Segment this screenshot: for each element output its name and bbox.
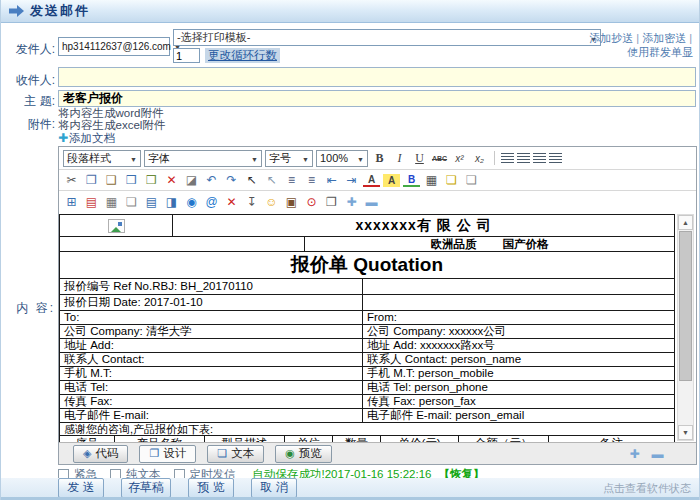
table-row: 联系人 Contact: 联系人 Contact: person_name xyxy=(60,353,674,367)
company-name: xxxxxxx有 限 公 司 xyxy=(173,215,674,236)
print-template-select[interactable]: -选择打印模板- xyxy=(173,29,601,46)
add-document-label: 添加文档 xyxy=(69,132,115,144)
align-justify-icon[interactable] xyxy=(549,153,562,163)
vertical-scrollbar[interactable]: ▲ ▼ xyxy=(677,214,694,441)
indent-icon[interactable]: ⇥ xyxy=(343,172,360,188)
outdent-icon[interactable]: ⇤ xyxy=(323,172,340,188)
table-outline-icon[interactable]: ▦ xyxy=(423,172,440,188)
save-draft-button[interactable]: 存草稿 xyxy=(121,478,171,498)
logo-cell xyxy=(60,215,173,236)
scroll-down-icon[interactable]: ▼ xyxy=(678,425,693,440)
editor-content[interactable]: xxxxxxx有 限 公 司 欧洲品质 国产价格 报价单 Quotation 报… xyxy=(59,213,696,442)
add-bcc-link[interactable]: 添加密送 xyxy=(642,32,686,44)
table-row-properties-icon[interactable]: ▤ xyxy=(83,194,100,210)
undo-icon[interactable]: ↶ xyxy=(203,172,220,188)
table-cell-properties-icon[interactable]: ▦ xyxy=(103,194,120,210)
mass-send-wrap: 使用群发单显 xyxy=(627,45,693,60)
font-size-select[interactable]: 字号 xyxy=(265,150,313,167)
highlight-color-icon[interactable]: A xyxy=(383,174,400,187)
paste-from-word-icon[interactable]: ❒ xyxy=(123,172,140,188)
contact-right: 联系人 Contact: person_name xyxy=(363,353,674,366)
anchor-icon[interactable]: ↧ xyxy=(243,194,260,210)
copy-icon[interactable]: ❐ xyxy=(83,172,100,188)
zoom-value: 100% xyxy=(320,152,348,164)
align-center-icon[interactable] xyxy=(517,153,530,163)
insert-table-icon[interactable]: ⊞ xyxy=(63,194,80,210)
bullet-list-icon[interactable]: ≡ xyxy=(303,172,320,188)
sender-select[interactable]: hp314112637@126.com xyxy=(58,37,170,56)
tab-preview[interactable]: ◉ 预览 xyxy=(275,445,332,463)
add-document-link[interactable]: ✚添加文档 xyxy=(58,131,115,146)
contact-left: 电子邮件 E-mail: xyxy=(60,409,363,422)
eraser-icon[interactable]: ◪ xyxy=(183,172,200,188)
toolbar-row3: ⊞▤▦❏▤◨◉@✕↧☺▣⊙❐✚▬ xyxy=(59,191,696,212)
loop-rows-input[interactable] xyxy=(173,48,200,63)
scroll-up-icon[interactable]: ▲ xyxy=(678,215,693,230)
paste-plain-text-icon[interactable]: ❒ xyxy=(143,172,160,188)
underline-icon[interactable]: U xyxy=(411,150,428,166)
italic-icon[interactable]: I xyxy=(391,150,408,166)
table-row: To: From: xyxy=(60,311,674,325)
contact-left: 联系人 Contact: xyxy=(60,353,363,366)
insert-hyperlink-icon[interactable]: @ xyxy=(203,194,220,210)
ref-number: 报价编号 Ref No.RBJ: BH_20170110 xyxy=(60,279,363,294)
change-loop-rows-link[interactable]: 更改循环行数 xyxy=(205,48,280,63)
font-color-icon[interactable]: A xyxy=(363,174,380,187)
paragraph-style-value: 段落样式 xyxy=(67,151,111,166)
row-remove-icon[interactable]: ▬ xyxy=(649,446,666,462)
software-status-link[interactable]: 点击查看软件状态 xyxy=(603,481,691,496)
cut-icon[interactable]: ✂ xyxy=(63,172,80,188)
subscript-icon[interactable]: x₂ xyxy=(471,150,488,166)
recipient-input[interactable] xyxy=(58,67,696,87)
web-component-icon[interactable]: ◉ xyxy=(183,194,200,210)
tab-code-label: 代码 xyxy=(95,446,118,461)
separator: | xyxy=(689,32,692,44)
bring-forward-icon[interactable]: ❏ xyxy=(443,172,460,188)
paragraph-style-select[interactable]: 段落样式 xyxy=(63,150,141,167)
send-backward-icon[interactable]: ❏ xyxy=(463,172,480,188)
select-icon[interactable]: ↖ xyxy=(263,172,280,188)
pointer-icon[interactable]: ↖ xyxy=(243,172,260,188)
chevron-down-icon xyxy=(248,152,258,164)
cancel-button[interactable]: 取 消 xyxy=(251,478,297,498)
send-button[interactable]: 发 送 xyxy=(58,478,104,498)
contact-right: 地址 Add: xxxxxxx路xx号 xyxy=(363,339,674,352)
zoom-in-icon[interactable]: ✚ xyxy=(343,194,360,210)
align-left-icon[interactable] xyxy=(501,153,514,163)
row-add-icon[interactable]: ✚ xyxy=(626,446,643,462)
align-right-icon[interactable] xyxy=(533,153,546,163)
popup-window-icon[interactable]: ❐ xyxy=(323,194,340,210)
tab-code[interactable]: ◈ 代码 xyxy=(73,445,128,463)
tab-text[interactable]: ❏ 文本 xyxy=(207,445,264,463)
clock-icon[interactable]: ⊙ xyxy=(303,194,320,210)
tab-design[interactable]: ❐ 设计 xyxy=(139,445,196,463)
table-row: xxxxxxx有 限 公 司 xyxy=(60,215,674,237)
superscript-icon[interactable]: x² xyxy=(451,150,468,166)
add-cc-link[interactable]: 添加抄送 xyxy=(589,32,633,44)
font-family-select[interactable]: 字体 xyxy=(144,150,262,167)
form-fields-icon[interactable]: ▤ xyxy=(143,194,160,210)
insert-media-icon[interactable]: ◨ xyxy=(163,194,180,210)
char-background-icon[interactable]: B xyxy=(403,174,420,187)
zoom-out-icon[interactable]: ▬ xyxy=(363,194,380,210)
sender-label: 发件人: xyxy=(7,41,55,58)
preview-button[interactable]: 预 览 xyxy=(188,478,234,498)
scrollbar-thumb[interactable] xyxy=(679,231,692,381)
remove-hyperlink-icon[interactable]: ✕ xyxy=(223,194,240,210)
delete-icon[interactable]: ✕ xyxy=(163,172,180,188)
chevron-down-icon xyxy=(299,152,309,164)
new-page-icon[interactable]: ❏ xyxy=(123,194,140,210)
redo-icon[interactable]: ↷ xyxy=(223,172,240,188)
mass-send-link[interactable]: 使用群发单显 xyxy=(627,46,693,58)
strikethrough-icon[interactable]: ABC xyxy=(431,150,448,166)
tab-preview-label: 预览 xyxy=(299,446,322,461)
title-arrow-icon xyxy=(9,5,24,17)
insert-image-icon[interactable]: ▣ xyxy=(283,194,300,210)
smiley-icon[interactable]: ☺ xyxy=(263,194,280,210)
subject-input[interactable] xyxy=(58,90,696,107)
text-icon: ❏ xyxy=(217,447,227,460)
bold-icon[interactable]: B xyxy=(371,150,388,166)
ordered-list-icon[interactable]: ≡ xyxy=(283,172,300,188)
paste-icon[interactable]: ❑ xyxy=(103,172,120,188)
zoom-select[interactable]: 100% xyxy=(316,150,368,167)
